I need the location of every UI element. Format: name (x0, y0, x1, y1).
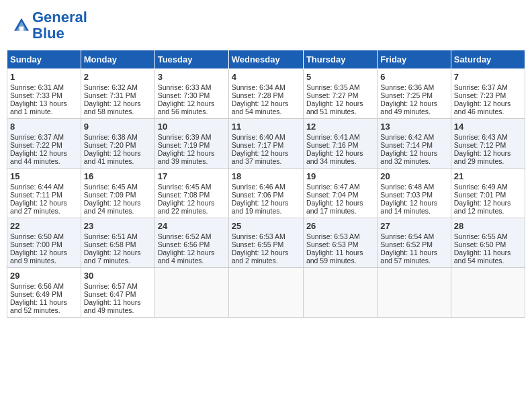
daylight-label: Daylight: 11 hours and 54 minutes. (454, 248, 511, 265)
calendar-day-1: 1Sunrise: 6:31 AMSunset: 7:33 PMDaylight… (7, 69, 81, 119)
calendar: Sunday Monday Tuesday Wednesday Thursday… (7, 50, 525, 318)
sunrise-label: Sunrise: 6:49 AM (454, 183, 508, 191)
sunrise-label: Sunrise: 6:41 AM (306, 133, 360, 141)
sunrise-label: Sunrise: 6:39 AM (158, 133, 212, 141)
daylight-label: Daylight: 12 hours and 54 minutes. (232, 99, 289, 116)
sunrise-label: Sunrise: 6:33 AM (158, 83, 212, 91)
empty-cell (378, 268, 451, 318)
daylight-label: Daylight: 12 hours and 4 minutes. (158, 248, 215, 265)
day-number: 15 (10, 171, 78, 181)
empty-cell (228, 268, 303, 318)
day-number: 22 (10, 221, 78, 231)
sunset-label: Sunset: 7:04 PM (306, 191, 359, 199)
calendar-day-11: 11Sunrise: 6:40 AMSunset: 7:17 PMDayligh… (228, 119, 303, 169)
day-number: 21 (454, 171, 522, 181)
day-number: 16 (84, 171, 152, 181)
sunrise-label: Sunrise: 6:37 AM (10, 133, 64, 141)
svg-rect-2 (19, 27, 24, 31)
calendar-week-4: 22Sunrise: 6:50 AMSunset: 7:00 PMDayligh… (7, 218, 525, 268)
sunrise-label: Sunrise: 6:46 AM (232, 183, 285, 191)
sunset-label: Sunset: 7:28 PM (232, 91, 284, 99)
sunrise-label: Sunrise: 6:45 AM (84, 183, 138, 191)
sunset-label: Sunset: 6:50 PM (454, 240, 506, 248)
day-number: 6 (380, 72, 447, 82)
day-number: 7 (454, 72, 522, 82)
day-number: 23 (84, 221, 152, 231)
sunset-label: Sunset: 7:27 PM (306, 91, 359, 99)
header-tuesday: Tuesday (154, 50, 228, 69)
daylight-label: Daylight: 11 hours and 57 minutes. (380, 248, 437, 265)
daylight-label: Daylight: 12 hours and 58 minutes. (84, 99, 141, 116)
day-number: 20 (380, 171, 447, 181)
sunrise-label: Sunrise: 6:51 AM (84, 232, 138, 240)
day-number: 30 (84, 271, 152, 281)
daylight-label: Daylight: 11 hours and 59 minutes. (306, 248, 363, 265)
daylight-label: Daylight: 12 hours and 29 minutes. (454, 149, 511, 165)
sunset-label: Sunset: 7:09 PM (84, 191, 136, 199)
calendar-day-12: 12Sunrise: 6:41 AMSunset: 7:16 PMDayligh… (303, 119, 377, 169)
sunset-label: Sunset: 7:33 PM (10, 91, 62, 99)
calendar-day-27: 27Sunrise: 6:54 AMSunset: 6:52 PMDayligh… (378, 218, 451, 268)
daylight-label: Daylight: 12 hours and 44 minutes. (10, 149, 67, 165)
daylight-label: Daylight: 12 hours and 17 minutes. (306, 199, 363, 215)
day-number: 24 (158, 221, 226, 231)
calendar-day-2: 2Sunrise: 6:32 AMSunset: 7:31 PMDaylight… (81, 69, 154, 119)
calendar-day-4: 4Sunrise: 6:34 AMSunset: 7:28 PMDaylight… (228, 69, 303, 119)
sunrise-label: Sunrise: 6:53 AM (306, 232, 360, 240)
header-monday: Monday (81, 50, 154, 69)
sunset-label: Sunset: 7:00 PM (10, 240, 62, 248)
calendar-day-9: 9Sunrise: 6:38 AMSunset: 7:20 PMDaylight… (81, 119, 154, 169)
sunset-label: Sunset: 7:23 PM (454, 91, 506, 99)
logo-text: General Blue (32, 9, 87, 42)
sunset-label: Sunset: 6:47 PM (84, 290, 136, 298)
calendar-day-6: 6Sunrise: 6:36 AMSunset: 7:25 PMDaylight… (378, 69, 451, 119)
logo: General Blue (12, 9, 87, 42)
day-number: 3 (158, 72, 226, 82)
calendar-day-18: 18Sunrise: 6:46 AMSunset: 7:06 PMDayligh… (228, 169, 303, 218)
day-number: 28 (454, 221, 522, 231)
sunset-label: Sunset: 6:49 PM (10, 290, 62, 298)
sunrise-label: Sunrise: 6:47 AM (306, 183, 360, 191)
sunset-label: Sunset: 7:16 PM (306, 141, 359, 149)
calendar-day-3: 3Sunrise: 6:33 AMSunset: 7:30 PMDaylight… (154, 69, 228, 119)
sunrise-label: Sunrise: 6:56 AM (10, 282, 64, 290)
sunset-label: Sunset: 7:11 PM (10, 191, 62, 199)
day-number: 8 (10, 122, 78, 132)
logo-icon (12, 16, 31, 35)
calendar-day-25: 25Sunrise: 6:53 AMSunset: 6:55 PMDayligh… (228, 218, 303, 268)
header-saturday: Saturday (451, 50, 525, 69)
day-number: 26 (306, 221, 374, 231)
sunset-label: Sunset: 7:25 PM (380, 91, 433, 99)
sunrise-label: Sunrise: 6:34 AM (232, 83, 285, 91)
header-wednesday: Wednesday (228, 50, 303, 69)
daylight-label: Daylight: 12 hours and 41 minutes. (84, 149, 141, 165)
sunset-label: Sunset: 7:20 PM (84, 141, 136, 149)
sunrise-label: Sunrise: 6:38 AM (84, 133, 138, 141)
day-number: 12 (306, 122, 374, 132)
empty-cell (451, 268, 525, 318)
sunset-label: Sunset: 7:12 PM (454, 141, 506, 149)
daylight-label: Daylight: 12 hours and 37 minutes. (232, 149, 289, 165)
sunrise-label: Sunrise: 6:42 AM (380, 133, 434, 141)
empty-cell (303, 268, 377, 318)
day-number: 1 (10, 72, 78, 82)
daylight-label: Daylight: 12 hours and 14 minutes. (380, 199, 437, 215)
sunrise-label: Sunrise: 6:37 AM (454, 83, 508, 91)
sunrise-label: Sunrise: 6:35 AM (306, 83, 360, 91)
day-number: 19 (306, 171, 374, 181)
header-friday: Friday (378, 50, 451, 69)
sunset-label: Sunset: 6:55 PM (232, 240, 284, 248)
day-number: 2 (84, 72, 152, 82)
daylight-label: Daylight: 11 hours and 52 minutes. (10, 298, 67, 314)
daylight-label: Daylight: 12 hours and 32 minutes. (380, 149, 437, 165)
daylight-label: Daylight: 12 hours and 22 minutes. (158, 199, 215, 215)
day-number: 9 (84, 122, 152, 132)
calendar-day-14: 14Sunrise: 6:43 AMSunset: 7:12 PMDayligh… (451, 119, 525, 169)
sunset-label: Sunset: 7:30 PM (158, 91, 210, 99)
sunset-label: Sunset: 7:03 PM (380, 191, 433, 199)
day-number: 4 (232, 72, 300, 82)
sunrise-label: Sunrise: 6:50 AM (10, 232, 64, 240)
day-number: 25 (232, 221, 300, 231)
weekday-header-row: Sunday Monday Tuesday Wednesday Thursday… (7, 50, 525, 69)
calendar-day-10: 10Sunrise: 6:39 AMSunset: 7:19 PMDayligh… (154, 119, 228, 169)
